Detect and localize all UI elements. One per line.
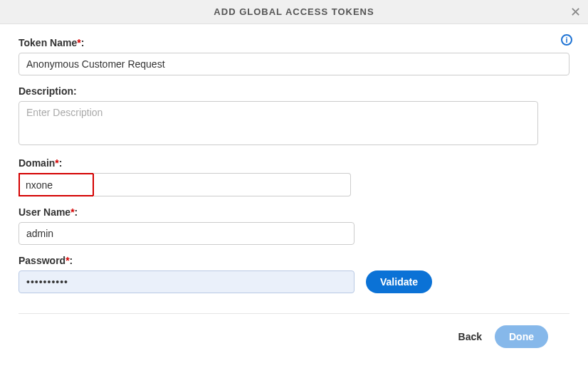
domain-input[interactable] [19, 173, 94, 196]
label-colon: : [59, 157, 63, 169]
back-button[interactable]: Back [458, 331, 482, 342]
dialog-footer: Back Done [19, 313, 569, 357]
domain-input-wrap [19, 173, 355, 196]
label-text: User Name [19, 206, 70, 218]
user-name-label: User Name*: [19, 206, 569, 218]
password-row: Validate [19, 270, 569, 293]
description-input[interactable] [19, 101, 538, 145]
user-name-input[interactable] [19, 222, 355, 245]
label-text: Domain [19, 157, 55, 169]
info-icon[interactable]: i [561, 34, 572, 46]
done-button[interactable]: Done [495, 325, 548, 348]
domain-group: Domain*: [19, 157, 569, 196]
validate-button[interactable]: Validate [366, 270, 432, 293]
token-name-input[interactable] [19, 53, 569, 75]
dialog-header: ADD GLOBAL ACCESS TOKENS ✕ [0, 0, 588, 24]
token-name-group: Token Name*: [19, 37, 569, 75]
dialog-title: ADD GLOBAL ACCESS TOKENS [214, 6, 374, 17]
close-icon[interactable]: ✕ [570, 6, 581, 19]
label-colon: : [75, 206, 78, 218]
add-global-access-tokens-dialog: ADD GLOBAL ACCESS TOKENS ✕ i Token Name*… [0, 0, 588, 364]
label-text: Token Name [19, 37, 77, 48]
dialog-body: i Token Name*: Description: Domain*: [0, 24, 588, 364]
token-name-label: Token Name*: [19, 37, 569, 48]
password-label: Password*: [19, 255, 569, 266]
label-text: Password [19, 255, 65, 266]
user-name-group: User Name*: [19, 206, 569, 245]
description-group: Description: [19, 85, 569, 147]
description-label: Description: [19, 85, 569, 97]
password-input[interactable] [19, 270, 355, 293]
label-colon: : [70, 255, 73, 266]
domain-input-extension[interactable] [93, 173, 351, 196]
domain-label: Domain*: [19, 157, 569, 169]
label-colon: : [81, 37, 85, 48]
password-group: Password*: Validate [19, 255, 569, 293]
